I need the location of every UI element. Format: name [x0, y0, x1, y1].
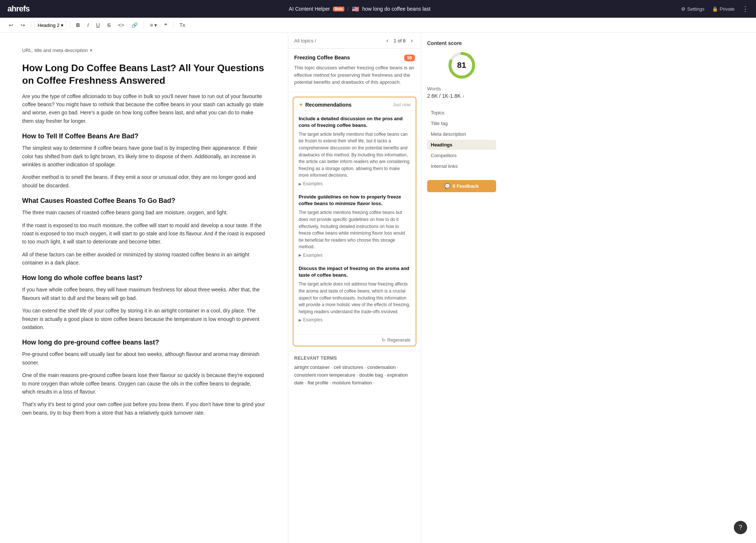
- all-topics-breadcrumb[interactable]: All topics /: [294, 38, 316, 44]
- next-topic-button[interactable]: ›: [409, 37, 415, 45]
- app-name: AI Content Helper: [289, 6, 330, 12]
- article-paragraph[interactable]: All of these factors can be either avoid…: [22, 250, 266, 267]
- words-down-arrow-icon: ↓: [462, 93, 464, 98]
- redo-button[interactable]: ↪: [18, 21, 28, 30]
- score-nav-tab[interactable]: Meta description: [427, 129, 496, 139]
- score-nav-tabs: TopicsTitle tagMeta descriptionHeadingsC…: [427, 108, 496, 171]
- refresh-icon: ↻: [382, 338, 385, 343]
- article-paragraph[interactable]: That's why it's best to grind your own c…: [22, 400, 266, 417]
- article-title[interactable]: How Long Do Coffee Beans Last? All Your …: [22, 62, 266, 87]
- chevron-right-icon: ▶: [299, 318, 302, 322]
- words-value: 2.6K / 1K-1.8K ↓: [427, 93, 496, 99]
- more-menu-button[interactable]: ⋮: [742, 5, 749, 13]
- relevant-terms-title: Relevant terms: [294, 356, 415, 361]
- rec-item-text: The target article briefly mentions that…: [299, 131, 410, 179]
- chevron-down-icon: ▾: [61, 23, 63, 28]
- feedback-icon: 💬: [444, 183, 450, 189]
- rec-examples-toggle[interactable]: ▶ Examples: [299, 317, 410, 322]
- article-paragraph[interactable]: If the roast is exposed to too much mois…: [22, 221, 266, 246]
- score-panel-header: Content score 81: [427, 40, 496, 80]
- topic-card-title: Freezing Coffee Beans: [294, 55, 350, 60]
- relevant-terms-section: Relevant terms airtight container · cell…: [288, 351, 421, 391]
- clear-format-button[interactable]: Tx: [176, 21, 188, 30]
- article-heading[interactable]: How to Tell If Coffee Beans Are Bad?: [22, 132, 266, 140]
- quote-button[interactable]: ❝: [161, 21, 170, 30]
- article-paragraph[interactable]: Another method is to smell the beans. If…: [22, 173, 266, 190]
- help-label: ?: [739, 524, 742, 531]
- link-button[interactable]: 🔗: [128, 21, 141, 30]
- score-nav-tab[interactable]: Topics: [427, 108, 496, 118]
- article-paragraph[interactable]: The simplest way to determine if coffee …: [22, 144, 266, 169]
- rec-timestamp: Just now: [393, 102, 410, 107]
- topic-card: Freezing Coffee Beans 59 This topic disc…: [288, 49, 421, 92]
- url-meta-label: URL, title and meta description: [22, 48, 88, 53]
- right-panel: All topics / ‹ 1 of 8 › Freezing Coffee …: [288, 33, 421, 543]
- code-button[interactable]: <>: [115, 21, 127, 30]
- rec-item: Discuss the impact of freezing on the ar…: [299, 265, 410, 322]
- toolbar-divider-1: [31, 21, 31, 29]
- toolbar-divider-4: [173, 21, 173, 29]
- heading-select-label: Heading 2: [38, 23, 59, 28]
- heading-select[interactable]: Heading 2 ▾: [34, 21, 67, 30]
- rec-header-left: ✦ Recommendations: [299, 102, 351, 108]
- help-button[interactable]: ?: [734, 521, 747, 534]
- editor-toolbar: ↩ ↪ Heading 2 ▾ B I U S <> 🔗 ≡ ▾ ❝ Tx: [0, 18, 756, 33]
- page-info: 1 of 8: [394, 38, 406, 44]
- rec-examples-label: Examples: [303, 317, 323, 322]
- underline-button[interactable]: U: [93, 21, 103, 30]
- score-nav-tab[interactable]: Title tag: [427, 118, 496, 128]
- regenerate-button[interactable]: ↻ Regenerate: [382, 338, 410, 343]
- logo-text: ahrefs: [7, 4, 30, 13]
- article-paragraph[interactable]: Are you the type of coffee aficionado to…: [22, 92, 266, 125]
- article-paragraph[interactable]: If you have whole coffee beans, they wil…: [22, 286, 266, 302]
- align-button[interactable]: ≡ ▾: [147, 21, 160, 30]
- nav-center: AI Content Helper Beta / 🇺🇸 how long do …: [38, 6, 681, 13]
- logo[interactable]: ahrefs: [7, 4, 30, 14]
- terms-list: airtight container · cell structures · c…: [294, 364, 415, 387]
- score-nav-tab[interactable]: Internal links: [427, 161, 496, 171]
- content-score-title: Content score: [427, 40, 496, 46]
- rec-item-title: Discuss the impact of freezing on the ar…: [299, 265, 410, 279]
- feedback-button[interactable]: 💬 0 Feedback: [427, 180, 496, 192]
- nav-right: ⚙ Settings 🔒 Private ⋮: [681, 5, 749, 13]
- article-heading[interactable]: How long do whole coffee beans last?: [22, 274, 266, 282]
- editor-area[interactable]: URL, title and meta description ▾ How Lo…: [0, 33, 288, 543]
- top-navigation: ahrefs AI Content Helper Beta / 🇺🇸 how l…: [0, 0, 756, 18]
- score-nav-tab[interactable]: Headings: [427, 140, 496, 150]
- private-button[interactable]: 🔒 Private: [712, 6, 735, 12]
- rec-examples-label: Examples: [303, 181, 323, 186]
- article-paragraph[interactable]: Pre-ground coffee beans will usually las…: [22, 350, 266, 367]
- bold-button[interactable]: B: [73, 21, 83, 30]
- undo-button[interactable]: ↩: [6, 21, 16, 30]
- article-heading[interactable]: What Causes Roasted Coffee Beans To Go B…: [22, 197, 266, 205]
- toolbar-divider-2: [70, 21, 70, 29]
- settings-button[interactable]: ⚙ Settings: [681, 6, 705, 12]
- url-meta-section[interactable]: URL, title and meta description ▾: [22, 48, 266, 53]
- article-sections[interactable]: Are you the type of coffee aficionado to…: [22, 92, 266, 417]
- score-nav-tab[interactable]: Competitors: [427, 151, 496, 160]
- main-layout: URL, title and meta description ▾ How Lo…: [0, 33, 756, 543]
- italic-button[interactable]: I: [84, 21, 92, 30]
- topic-score-badge: 59: [404, 55, 415, 61]
- words-section: Words 2.6K / 1K-1.8K ↓: [427, 86, 496, 99]
- article-paragraph[interactable]: One of the main reasons pre-ground coffe…: [22, 371, 266, 396]
- document-title: how long do coffee beans last: [362, 6, 430, 12]
- chevron-down-icon: ▾: [90, 48, 92, 53]
- score-panel: Content score 81 Words 2.6K / 1K-1.8K ↓ …: [421, 33, 502, 543]
- chevron-right-icon: ▶: [299, 253, 302, 257]
- prev-topic-button[interactable]: ‹: [384, 37, 391, 45]
- content-score-donut: 81: [447, 51, 477, 80]
- lock-icon: 🔒: [712, 6, 718, 12]
- article-body[interactable]: How Long Do Coffee Beans Last? All Your …: [22, 62, 266, 417]
- article-heading[interactable]: How long do pre-ground coffee beans last…: [22, 339, 266, 346]
- article-paragraph[interactable]: You can extend the shelf life of your co…: [22, 307, 266, 331]
- separator: /: [347, 6, 349, 12]
- strikethrough-button[interactable]: S: [104, 21, 113, 30]
- recommendations-panel: ✦ Recommendations Just now Include a det…: [293, 97, 416, 347]
- rec-examples-toggle[interactable]: ▶ Examples: [299, 253, 410, 258]
- topic-card-description: This topic discusses whether freezing co…: [294, 64, 415, 86]
- rec-item: Provide guidelines on how to properly fr…: [299, 194, 410, 258]
- toolbar-divider-3: [144, 21, 144, 29]
- article-paragraph[interactable]: The three main causes of roasted coffee …: [22, 208, 266, 217]
- rec-examples-toggle[interactable]: ▶ Examples: [299, 181, 410, 186]
